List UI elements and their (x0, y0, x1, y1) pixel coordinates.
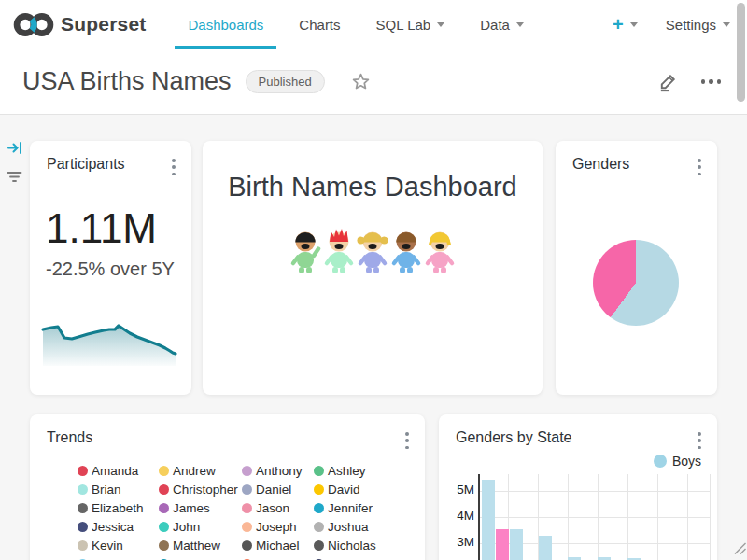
legend-item[interactable]: John (159, 520, 242, 533)
chevron-down-icon (723, 22, 730, 27)
legend-dot (159, 540, 169, 551)
card-markdown: Birth Names Dashboard (203, 141, 543, 395)
legend-item[interactable]: James (159, 501, 242, 514)
legend-label: Matthew (173, 539, 220, 553)
legend-item[interactable]: Michael (242, 539, 314, 552)
y-axis-tick: 4M (444, 509, 474, 523)
legend-dot (242, 484, 252, 495)
legend-label: Jessica (92, 520, 134, 534)
legend-item[interactable]: Ashley (314, 464, 394, 477)
legend-dot (78, 484, 88, 495)
legend-item[interactable]: Christopher (159, 483, 242, 496)
chevron-down-icon (437, 22, 444, 27)
bar-boys[interactable] (510, 529, 523, 560)
dashboard-grid: Participants 1.11M -22.5% over 5Y Birth … (0, 115, 747, 560)
scrollbar-thumb[interactable] (737, 3, 745, 102)
legend-label: John (173, 520, 200, 534)
nav-item-charts[interactable]: Charts (281, 0, 358, 49)
more-actions-icon[interactable] (701, 79, 722, 84)
markdown-heading: Birth Names Dashboard (203, 172, 543, 203)
y-axis-line (478, 474, 480, 560)
legend-item[interactable]: Elizabeth (78, 501, 159, 514)
more-options-button[interactable] (402, 429, 413, 452)
settings-menu[interactable]: Settings (666, 17, 730, 33)
y-axis-tick: 3M (444, 535, 474, 549)
legend-item[interactable]: Joshua (314, 520, 394, 533)
top-nav: Superset Dashboards Charts SQL Lab Data … (0, 0, 747, 49)
legend-label: Jason (256, 501, 289, 515)
legend-item[interactable]: Jennifer (314, 501, 394, 514)
page-title: USA Births Names (22, 67, 232, 96)
gridline (478, 517, 710, 518)
legend-dot (159, 503, 169, 513)
child-figure (323, 228, 355, 278)
legend-item[interactable]: Joseph (242, 520, 314, 533)
chevron-down-icon (516, 22, 524, 27)
legend-item[interactable]: Jason (242, 501, 314, 514)
child-figure (289, 228, 321, 278)
legend-dot (159, 522, 169, 532)
legend-item[interactable]: Nicholas (314, 539, 394, 552)
legend-label: Joseph (256, 520, 297, 534)
legend-dot (314, 540, 324, 551)
legend-label: Brian (92, 483, 121, 497)
superset-logo[interactable]: Superset (13, 12, 146, 37)
legend-label: Michael (256, 539, 300, 553)
legend-dot (314, 484, 324, 495)
legend-dot (78, 540, 88, 551)
legend-item[interactable]: Amanda (78, 464, 159, 477)
legend-label: Christopher (173, 483, 238, 497)
legend-dot (242, 503, 252, 513)
plus-icon: + (613, 15, 624, 34)
legend-dot (78, 503, 88, 513)
nav-item-data[interactable]: Data (462, 0, 542, 49)
expand-filter-bar-icon[interactable] (6, 139, 24, 157)
legend-dot (314, 503, 324, 513)
legend-label: David (328, 483, 360, 497)
gridline (627, 474, 628, 560)
bar-boys[interactable] (539, 536, 552, 560)
card-genders-by-state: Genders by State Boys 5M4M3M2M1M (439, 414, 717, 560)
more-options-button[interactable] (168, 156, 179, 178)
resize-handle-icon[interactable] (733, 541, 746, 558)
nav-links: Dashboards Charts SQL Lab Data (170, 0, 541, 49)
nav-item-dashboards[interactable]: Dashboards (170, 0, 281, 49)
legend-item[interactable]: Matthew (159, 539, 242, 552)
legend-item[interactable]: Daniel (242, 483, 314, 496)
legend-label: Andrew (173, 464, 216, 478)
legend-dot (242, 466, 252, 476)
card-title: Trends (47, 429, 92, 446)
legend-dot (242, 540, 252, 551)
legend-label: Jennifer (328, 501, 373, 515)
legend-item[interactable]: Kevin (78, 539, 159, 552)
legend-item[interactable]: Andrew (159, 464, 242, 477)
bar-boys[interactable] (482, 480, 495, 560)
nav-item-sql-lab[interactable]: SQL Lab (359, 0, 463, 49)
card-genders: Genders (556, 141, 717, 395)
new-item-button[interactable]: + (613, 15, 638, 34)
card-participants: Participants 1.11M -22.5% over 5Y (30, 141, 191, 395)
legend-item[interactable]: Anthony (242, 464, 314, 477)
legend-item[interactable]: David (314, 483, 394, 496)
edit-dashboard-icon[interactable] (657, 71, 679, 92)
gridline (478, 491, 710, 492)
favorite-star-icon[interactable] (351, 72, 371, 91)
big-number: 1.11M (30, 178, 191, 249)
bar-girls[interactable] (496, 529, 509, 560)
genders-pie-chart[interactable] (593, 240, 679, 326)
child-figure (424, 228, 456, 278)
legend-dot (159, 484, 169, 495)
legend-item[interactable]: Brian (78, 483, 159, 496)
more-options-button[interactable] (694, 156, 705, 178)
status-badge[interactable]: Published (246, 70, 325, 93)
legend-dot (242, 522, 252, 532)
card-title: Participants (47, 156, 125, 173)
dashboard-header: USA Births Names Published (0, 49, 747, 115)
filters-icon[interactable] (5, 169, 24, 185)
legend-label: Daniel (256, 483, 291, 497)
brand-name: Superset (61, 13, 146, 35)
children-illustration (203, 228, 543, 278)
child-figure (357, 228, 388, 278)
legend-item[interactable]: Jessica (78, 520, 159, 533)
y-axis-tick: 5M (444, 483, 474, 497)
